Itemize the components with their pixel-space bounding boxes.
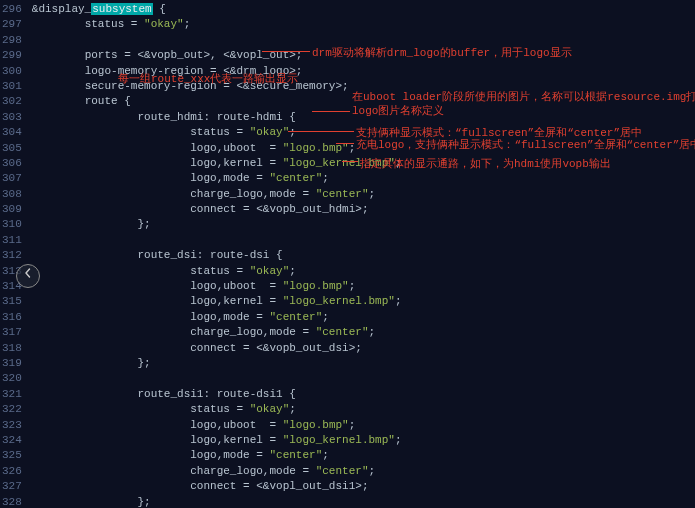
code-token: "logo_kernel.bmp" [283,295,395,307]
line-number: 302 [2,94,22,109]
code-token: logo,kernel = [190,434,282,446]
code-line[interactable]: logo,uboot = "logo.bmp"; [32,418,691,433]
line-number: 323 [2,418,22,433]
code-token: logo,mode = [190,172,269,184]
code-line[interactable]: logo,uboot = "logo.bmp"; [32,279,691,294]
nav-back-button[interactable] [16,264,40,288]
code-line[interactable]: status = "okay"; [32,402,691,417]
line-number: 320 [2,371,22,386]
code-token: status = [190,126,249,138]
line-number: 327 [2,479,22,494]
code-token: route_dsi: route-dsi { [137,249,282,261]
code-token: "logo.bmp" [283,419,349,431]
code-token: "center" [269,172,322,184]
code-token: logo,mode = [190,449,269,461]
code-token: ; [395,434,402,446]
code-token: connect = <&vopl_out_dsi1>; [190,480,368,492]
chevron-left-icon [23,268,33,283]
code-line[interactable]: }; [32,217,691,232]
line-number-gutter: 2962972982993003013023033043053063073083… [0,0,28,508]
code-token: }; [137,357,150,369]
code-line[interactable]: &display_subsystem { [32,2,691,17]
code-line[interactable] [32,371,691,386]
code-token: "okay" [250,403,290,415]
code-line[interactable]: route_dsi: route-dsi { [32,248,691,263]
code-token: status = [85,18,144,30]
code-line[interactable]: connect = <&vopb_out_dsi>; [32,341,691,356]
line-number: 301 [2,79,22,94]
code-token: "center" [316,465,369,477]
code-token: "center" [269,449,322,461]
line-number: 307 [2,171,22,186]
line-number: 319 [2,356,22,371]
code-token: logo,kernel = [190,295,282,307]
code-line[interactable]: logo,mode = "center"; [32,448,691,463]
line-number: 324 [2,433,22,448]
code-token: logo,uboot = [190,419,282,431]
code-token: status = [190,403,249,415]
code-token: &display_ [32,3,91,15]
code-token: "logo.bmp" [283,280,349,292]
line-number: 306 [2,156,22,171]
code-line[interactable]: status = "okay"; [32,17,691,32]
code-line[interactable]: logo,kernel = "logo_kernel.bmp"; [32,433,691,448]
code-token: connect = <&vopb_out_dsi>; [190,342,362,354]
annotation-text: 充电logo，支持俩种显示模式：“fullscreen”全屏和“center”居… [356,138,695,153]
annotation-connector [262,51,310,52]
code-line[interactable]: connect = <&vopl_out_dsi1>; [32,479,691,494]
code-line[interactable]: status = "okay"; [32,264,691,279]
code-token: { [153,3,166,15]
code-line[interactable]: route_dsi1: route-dsi1 { [32,387,691,402]
annotation-text: 指定具体的显示通路，如下，为hdmi使用vopb输出 [360,157,611,172]
code-line[interactable] [32,233,691,248]
code-token: logo,kernel = [190,157,282,169]
code-line[interactable]: charge_logo,mode = "center"; [32,325,691,340]
code-token: "okay" [250,126,290,138]
code-token: logo,uboot = [190,142,282,154]
line-number: 309 [2,202,22,217]
line-number: 296 [2,2,22,17]
line-number: 305 [2,141,22,156]
annotation-text: logo图片名称定义 [352,104,444,119]
code-token: ; [322,449,329,461]
code-line[interactable]: logo,mode = "center"; [32,310,691,325]
line-number: 326 [2,464,22,479]
code-token: route_dsi1: route-dsi1 { [137,388,295,400]
line-number: 300 [2,64,22,79]
code-token: ; [322,311,329,323]
code-token: ; [322,172,329,184]
line-number: 299 [2,48,22,63]
line-number: 318 [2,341,22,356]
code-token: ; [289,403,296,415]
code-token: "okay" [144,18,184,30]
code-line[interactable]: charge_logo,mode = "center"; [32,464,691,479]
code-token: ; [289,126,296,138]
code-token: charge_logo,mode = [190,326,315,338]
code-token: ; [395,295,402,307]
code-line[interactable]: }; [32,495,691,509]
code-line[interactable]: logo,kernel = "logo_kernel.bmp"; [32,294,691,309]
code-token: route_hdmi: route-hdmi { [137,111,295,123]
annotation-connector [342,161,358,162]
code-token: connect = <&vopb_out_hdmi>; [190,203,368,215]
line-number: 316 [2,310,22,325]
code-line[interactable]: charge_logo,mode = "center"; [32,187,691,202]
code-token: subsystem [91,3,152,15]
line-number: 321 [2,387,22,402]
code-token: "logo_kernel.bmp" [283,434,395,446]
code-line[interactable]: logo,mode = "center"; [32,171,691,186]
code-line[interactable]: }; [32,356,691,371]
code-token: "center" [316,188,369,200]
line-number: 298 [2,33,22,48]
code-token: ; [289,265,296,277]
line-number: 325 [2,448,22,463]
code-token: logo,uboot = [190,280,282,292]
code-token: }; [137,218,150,230]
code-token: charge_logo,mode = [190,465,315,477]
line-number: 322 [2,402,22,417]
code-line[interactable]: connect = <&vopb_out_hdmi>; [32,202,691,217]
annotation-connector [288,131,354,132]
line-number: 311 [2,233,22,248]
line-number: 308 [2,187,22,202]
code-token: route { [85,95,131,107]
